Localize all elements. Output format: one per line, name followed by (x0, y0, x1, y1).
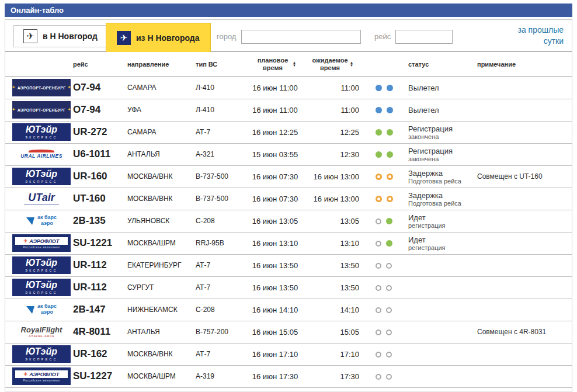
tab-arrivals[interactable]: ✈ в Н Новгород (13, 25, 107, 47)
destination: ЕКАТЕРИНБУРГ (123, 254, 190, 276)
flight-number: U6-1011 (68, 143, 123, 165)
airline-logo: ✈АЭРОФЛОТРоссийские авиалинии (12, 367, 71, 385)
planned-time: 16 июн 12:25 (248, 121, 302, 143)
status-dot (386, 374, 392, 380)
planned-time: 16 июн 13:50 (248, 276, 302, 299)
status-dot (387, 129, 393, 136)
status-dot (387, 196, 393, 202)
flight-number: О7-94 (68, 99, 123, 121)
note-text: Совмещен с 4R-8031 (472, 321, 572, 343)
planned-time: 16 июн 13:10 (248, 232, 302, 254)
flight-number: 2В-131 (68, 387, 123, 391)
flight-row: ЮТэйрЭКСПРЕСС UR-162 МОСКВА/ВНК АТ-7 16 … (5, 343, 572, 365)
aircraft-type: АТ-7 (190, 254, 248, 276)
status-dot (387, 85, 393, 91)
status-dot (386, 285, 392, 291)
city-filter-label: город (217, 32, 236, 41)
status-line2: Подготовка рейса (408, 200, 472, 207)
header-planned-time[interactable]: плановое время▲▼ (248, 52, 302, 77)
flight-row: ЮТэйрЭКСПРЕСС UR-112 СУРГУТ АТ-7 16 июн … (5, 276, 572, 299)
status-dot (376, 129, 382, 136)
status-dot (376, 151, 382, 158)
planned-time: 16 июн 14:10 (248, 299, 302, 321)
expected-time: 13:10 (302, 232, 363, 254)
flight-row: ЮТэйрЭКСПРЕСС UR-272 САМАРА АТ-7 16 июн … (5, 121, 572, 143)
flight-number: UR-272 (68, 121, 123, 143)
flight-number: 2В-135 (68, 210, 123, 232)
note-text (472, 121, 572, 143)
status-line2: закончена (408, 155, 472, 162)
status-line1: Задержка (408, 191, 472, 200)
status-dot (386, 240, 392, 247)
status-dot (386, 263, 392, 269)
destination: АНТАЛЬЯ (123, 143, 190, 165)
header-expected-time-label: ожидаемое время (311, 57, 349, 72)
destination: МОСКВА/ШРМ (123, 365, 190, 387)
previous-day-link[interactable]: за прошлые сутки (508, 25, 564, 47)
aircraft-type: А-319 (190, 365, 248, 387)
flight-number: SU-1221 (68, 232, 123, 254)
planned-time: 16 июн 17:10 (248, 343, 302, 365)
aircraft-type: В-737-500 (190, 165, 248, 188)
city-filter-input[interactable] (241, 30, 361, 44)
expected-time: 11:00 (302, 99, 363, 121)
status-dot (376, 174, 382, 180)
header-flight: рейс (68, 52, 123, 77)
status-dot (376, 196, 382, 202)
destination: МОСКВА/ВНК (123, 343, 190, 365)
header-status: статус (404, 52, 472, 77)
planned-time: 16 июн 17:30 (248, 365, 302, 387)
note-text (472, 365, 572, 387)
flight-number: 2В-147 (68, 299, 123, 321)
flight-row: ✈АЭРОФЛОТРоссийские авиалинии SU-1221 МО… (5, 232, 572, 254)
plane-arrivals-icon: ✈ (23, 29, 37, 43)
aircraft-type: Л-410 (190, 77, 248, 99)
status-line2: регистрация (408, 222, 472, 229)
note-text (472, 387, 572, 391)
flight-number: UT-160 (68, 188, 123, 210)
status-dot (387, 151, 393, 158)
status-dot (386, 218, 392, 224)
aircraft-type: АТ-7 (190, 121, 248, 143)
destination: АНТАЛЬЯ (123, 321, 190, 343)
airline-logo: ✦АЭРОПОРТ-ОРЕНБУРГ✦ (12, 79, 71, 96)
status-dot (376, 241, 381, 247)
note-text (472, 276, 572, 299)
flight-row: ак барсаэро 2В-147 НИЖНЕКАМСК С-208 16 и… (5, 299, 572, 321)
flight-number: 4R-8011 (68, 321, 123, 343)
aircraft-type: А-321 (190, 143, 248, 165)
airline-logo: ЮТэйрЭКСПРЕСС (12, 168, 71, 185)
header-expected-time[interactable]: ожидаемое время▲▼ (302, 52, 363, 77)
expected-time: 17:30 (302, 365, 363, 387)
planned-time: 15 июн 03:55 (248, 143, 302, 165)
airline-logo: ЮТэйрЭКСПРЕСС (12, 345, 71, 363)
flight-number: UR-112 (68, 276, 123, 299)
destination: ИЖЕВСК (123, 387, 190, 391)
note-text (472, 232, 572, 254)
header-airline (5, 52, 68, 77)
status-line1: Задержка (408, 169, 472, 178)
tab-departures[interactable]: ✈ из Н Новгорода (106, 23, 211, 52)
airline-logo: RoyalFlightАбакан-Авиа (12, 323, 71, 341)
flights-table: рейс направление тип ВС плановое время▲▼… (5, 52, 572, 391)
expected-time: 13:50 (302, 254, 363, 276)
destination: НИЖНЕКАМСК (123, 299, 190, 321)
flight-filter-input[interactable] (395, 30, 453, 44)
expected-time: 17:10 (302, 343, 363, 365)
airline-logo: ✈АЭРОФЛОТРоссийские авиалинии (12, 234, 71, 252)
flight-row: ✦АЭРОПОРТ-ОРЕНБУРГ✦ О7-94 САМАРА Л-410 1… (5, 77, 572, 99)
status-line2: закончена (408, 133, 472, 140)
aircraft-type: В-757-200 (190, 321, 248, 343)
expected-time: 12:25 (302, 121, 363, 143)
flight-row: UTair UT-160 МОСКВА/ВНК В-737-500 16 июн… (5, 188, 572, 210)
note-text: Совмещен с UT-160 (472, 165, 572, 188)
note-text (472, 77, 572, 99)
status-line1: Вылетел (408, 84, 472, 92)
aircraft-type: RRJ-95B (190, 232, 248, 254)
aircraft-type: С-208 (190, 210, 248, 232)
controls-bar: ✈ в Н Новгород ✈ из Н Новгорода город ре… (5, 20, 572, 52)
tab-departures-label: из Н Новгорода (136, 33, 200, 43)
note-text (472, 343, 572, 365)
note-text (472, 188, 572, 210)
destination: САМАРА (123, 77, 190, 99)
